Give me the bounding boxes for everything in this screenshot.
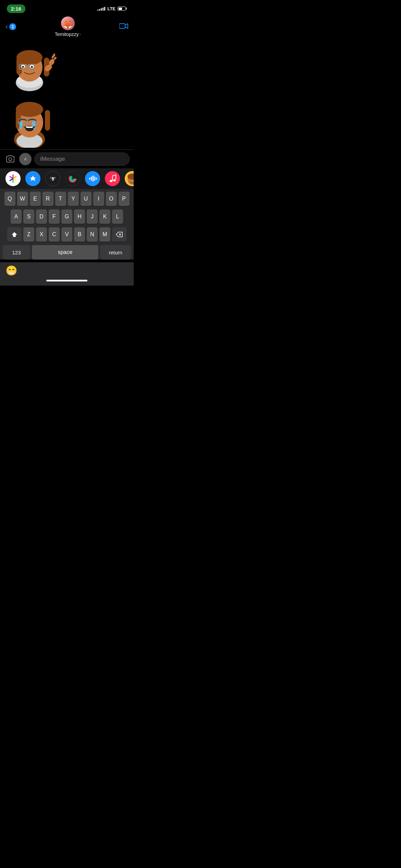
app-audiomessages[interactable] — [85, 171, 100, 186]
signal-bar-4 — [102, 8, 104, 11]
emoji-icon: 😁 — [5, 265, 17, 276]
svg-point-14 — [31, 66, 33, 68]
key-e[interactable]: E — [30, 192, 41, 206]
memoji-app-icon — [125, 171, 134, 186]
apps-icon: A — [22, 156, 28, 162]
memoji-crying-svg — [9, 96, 57, 148]
key-p[interactable]: P — [119, 192, 130, 206]
key-v[interactable]: V — [61, 227, 72, 242]
svg-rect-46 — [89, 178, 90, 180]
camera-icon — [6, 155, 15, 163]
input-area: A iMessage — [0, 149, 134, 168]
video-call-button[interactable] — [119, 22, 128, 31]
memoji-crying — [5, 95, 60, 149]
signal-bar-2 — [99, 9, 100, 11]
audiomessages-icon — [88, 174, 97, 183]
app-strip: $ Cash — [0, 168, 134, 189]
appstore-icon — [28, 174, 37, 183]
svg-text:A: A — [24, 157, 26, 161]
key-numbers[interactable]: 123 — [3, 245, 30, 260]
video-icon — [119, 23, 128, 29]
status-time: 2:16 — [7, 4, 25, 13]
keyboard-row-bottom: 123 space return — [1, 245, 132, 260]
emoji-keyboard-button[interactable]: 😁 — [5, 265, 17, 276]
bottom-bar: 😁 — [0, 262, 134, 278]
battery-tip — [126, 8, 127, 10]
battery-icon — [118, 7, 127, 11]
applecash-icon: $ Cash — [48, 174, 58, 183]
contact-name-row: Temitopzzy › — [55, 32, 81, 37]
header: ‹ 1 🦊 Temitopzzy › — [0, 15, 134, 40]
contact-info[interactable]: 🦊 Temitopzzy › — [55, 16, 81, 37]
app-memoji[interactable] — [125, 171, 134, 186]
status-right: LTE — [97, 6, 127, 11]
app-photos[interactable] — [5, 171, 21, 186]
key-o[interactable]: O — [106, 192, 117, 206]
key-delete[interactable] — [112, 227, 126, 242]
key-n[interactable]: N — [87, 227, 98, 242]
photos-icon — [8, 174, 18, 183]
svg-rect-48 — [93, 176, 94, 182]
messages-area: Today 2:15 PM Stop Sent as Text Message — [0, 40, 134, 149]
svg-rect-0 — [119, 24, 125, 28]
key-d[interactable]: D — [36, 209, 47, 224]
key-h[interactable]: H — [74, 209, 85, 224]
message-input-placeholder: iMessage — [40, 156, 65, 162]
app-music[interactable] — [105, 171, 120, 186]
avatar: 🦊 — [61, 16, 75, 30]
memoji-waving-svg — [9, 43, 57, 91]
key-space[interactable]: space — [32, 245, 98, 260]
home-indicator — [0, 278, 134, 286]
key-u[interactable]: U — [81, 192, 92, 206]
key-y[interactable]: Y — [68, 192, 79, 206]
key-l[interactable]: L — [112, 209, 123, 224]
back-button[interactable]: ‹ 1 — [5, 23, 16, 31]
app-fitness[interactable] — [65, 171, 80, 186]
status-bar: 2:16 LTE — [0, 0, 134, 15]
key-a[interactable]: A — [11, 209, 22, 224]
keyboard-row-1: Q W E R T Y U I O P — [1, 192, 132, 206]
camera-button[interactable] — [4, 153, 16, 165]
apps-button[interactable]: A — [19, 153, 32, 165]
key-s[interactable]: S — [23, 209, 34, 224]
key-j[interactable]: J — [87, 209, 98, 224]
key-return[interactable]: return — [100, 245, 131, 260]
music-icon — [108, 174, 117, 183]
svg-rect-50 — [96, 178, 97, 180]
key-f[interactable]: F — [49, 209, 60, 224]
app-appstore[interactable] — [25, 171, 40, 186]
svg-rect-26 — [45, 110, 50, 131]
svg-rect-35 — [26, 126, 33, 128]
key-i[interactable]: I — [93, 192, 104, 206]
key-x[interactable]: X — [36, 227, 47, 242]
svg-rect-49 — [94, 177, 95, 181]
key-r[interactable]: R — [42, 192, 53, 206]
key-t[interactable]: T — [55, 192, 66, 206]
svg-point-13 — [22, 66, 24, 68]
delete-icon — [116, 232, 123, 237]
key-b[interactable]: B — [74, 227, 85, 242]
back-badge: 1 — [9, 23, 16, 30]
contact-chevron-icon: › — [80, 32, 81, 37]
home-bar — [46, 280, 87, 281]
keyboard-row-3: Z X C V B N M — [1, 227, 132, 242]
key-shift[interactable] — [7, 227, 22, 242]
app-applecash[interactable]: $ Cash — [45, 171, 60, 186]
memoji-container — [5, 40, 128, 149]
key-m[interactable]: M — [99, 227, 110, 242]
keyboard: Q W E R T Y U I O P A S D F G H J K L Z … — [0, 189, 134, 260]
key-g[interactable]: G — [61, 209, 72, 224]
svg-rect-47 — [91, 177, 92, 181]
svg-point-51 — [110, 180, 112, 182]
key-q[interactable]: Q — [4, 192, 15, 206]
signal-bar-5 — [104, 7, 105, 11]
key-k[interactable]: K — [99, 209, 110, 224]
key-c[interactable]: C — [49, 227, 60, 242]
lte-label: LTE — [107, 6, 116, 11]
key-w[interactable]: W — [17, 192, 28, 206]
svg-text:Cash: Cash — [50, 177, 56, 179]
key-z[interactable]: Z — [23, 227, 34, 242]
fitness-icon — [68, 174, 77, 183]
message-input[interactable]: iMessage — [34, 153, 130, 166]
keyboard-row-2: A S D F G H J K L — [1, 209, 132, 224]
